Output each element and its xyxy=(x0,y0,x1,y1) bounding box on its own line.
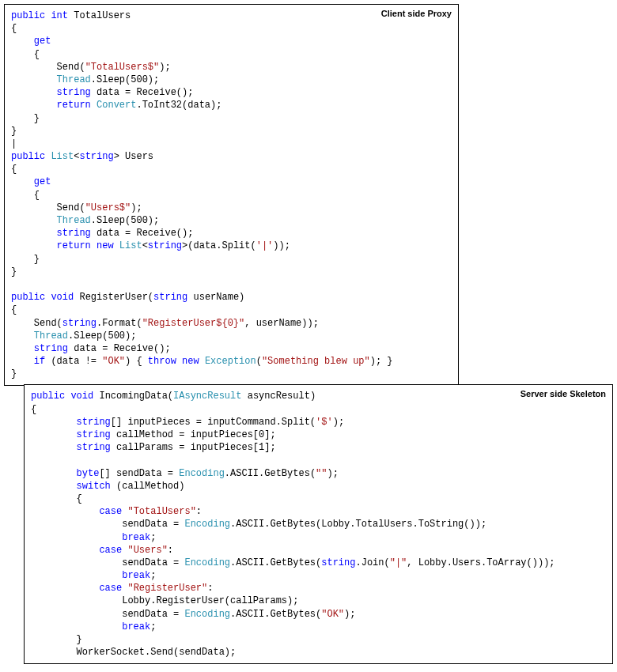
server-code: public void IncomingData(IAsyncResult as… xyxy=(31,390,606,659)
client-proxy-panel: Client side Proxy public int TotalUsers … xyxy=(4,4,459,386)
client-panel-label: Client side Proxy xyxy=(381,8,452,20)
server-panel-label: Server side Skeleton xyxy=(520,388,606,400)
server-skeleton-panel: Server side Skeleton public void Incomin… xyxy=(24,384,613,664)
client-code: public int TotalUsers { get { Send("Tota… xyxy=(11,9,452,380)
